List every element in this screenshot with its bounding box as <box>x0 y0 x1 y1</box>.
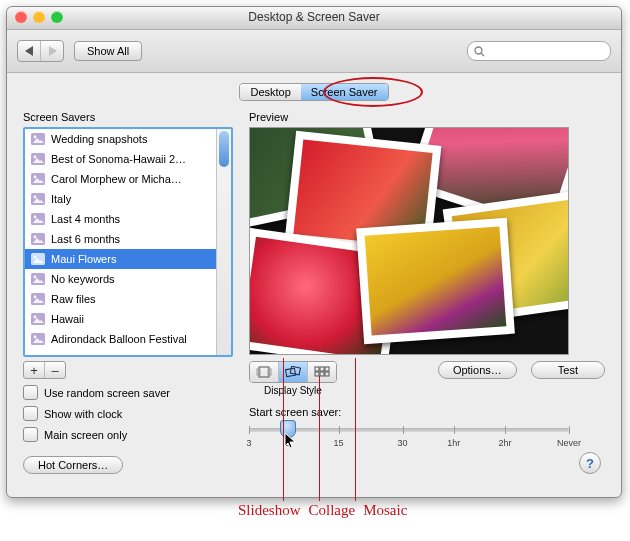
svg-point-7 <box>34 176 37 179</box>
list-item[interactable]: Last 6 months <box>25 229 231 249</box>
forward-button[interactable] <box>41 41 63 61</box>
slider-tick-label: Never <box>557 438 581 448</box>
start-slider[interactable]: 3515301hr2hrNever <box>249 422 569 438</box>
test-button[interactable]: Test <box>531 361 605 379</box>
svg-point-23 <box>34 336 37 339</box>
list-item-label: Last 6 months <box>51 233 120 245</box>
triangle-right-icon <box>48 46 57 56</box>
slider-tick <box>339 426 340 434</box>
preferences-window: Desktop & Screen Saver Show All <box>6 6 622 498</box>
toolbar: Show All <box>7 30 621 73</box>
svg-rect-34 <box>325 372 329 376</box>
style-slideshow-button[interactable] <box>250 362 279 382</box>
list-item-label: Adirondack Balloon Festival <box>51 333 187 345</box>
svg-line-1 <box>481 53 484 56</box>
display-style-label: Display Style <box>249 385 337 396</box>
preview-label: Preview <box>249 111 605 123</box>
list-item-label: Hawaii <box>51 313 84 325</box>
callout-collage: Collage <box>309 502 356 519</box>
photo-folder-icon <box>31 213 45 225</box>
list-item-label: Carol Morphew or Micha… <box>51 173 182 185</box>
back-button[interactable] <box>18 41 41 61</box>
photo-folder-icon <box>31 173 45 185</box>
tab-screensaver[interactable]: Screen Saver <box>301 84 388 100</box>
mosaic-icon <box>314 366 330 378</box>
slider-tick-label: 3 <box>246 438 251 448</box>
hot-corners-button[interactable]: Hot Corners… <box>23 456 123 474</box>
svg-point-5 <box>34 156 37 159</box>
photo-folder-icon <box>31 293 45 305</box>
chk-clock[interactable]: Show with clock <box>23 406 233 421</box>
slider-tick-label: 1hr <box>447 438 460 448</box>
checkbox-icon[interactable] <box>23 406 38 421</box>
collage-icon <box>285 366 301 378</box>
list-item[interactable]: Hawaii <box>25 309 231 329</box>
content: Desktop Screen Saver Screen Savers Weddi… <box>7 73 621 486</box>
add-remove-seg: + – <box>23 361 66 379</box>
callout-line <box>283 358 284 501</box>
list-item[interactable]: Wedding snapshots <box>25 129 231 149</box>
options-button[interactable]: Options… <box>438 361 517 379</box>
list-item-label: Best of Sonoma-Hawaii 2… <box>51 153 186 165</box>
slider-tick <box>249 426 250 434</box>
callout-slideshow: Slideshow <box>238 502 301 519</box>
list-item[interactable]: Best of Sonoma-Hawaii 2… <box>25 149 231 169</box>
svg-point-15 <box>34 256 37 259</box>
help-button[interactable]: ? <box>579 452 601 474</box>
photo-folder-icon <box>31 333 45 345</box>
checkbox-icon[interactable] <box>23 427 38 442</box>
titlebar[interactable]: Desktop & Screen Saver <box>7 7 621 30</box>
svg-point-0 <box>475 47 482 54</box>
window-title: Desktop & Screen Saver <box>7 10 621 24</box>
list-item[interactable]: No keywords <box>25 269 231 289</box>
remove-button[interactable]: – <box>45 362 65 378</box>
tab-desktop[interactable]: Desktop <box>240 84 300 100</box>
svg-rect-30 <box>320 367 324 371</box>
slider-tick <box>569 426 570 434</box>
slider-tick <box>454 426 455 434</box>
add-button[interactable]: + <box>24 362 45 378</box>
list-item[interactable]: Carol Morphew or Micha… <box>25 169 231 189</box>
nav-seg <box>17 40 64 62</box>
svg-point-13 <box>34 236 37 239</box>
triangle-left-icon <box>25 46 34 56</box>
show-all-button[interactable]: Show All <box>74 41 142 61</box>
scrollbar[interactable] <box>216 129 231 355</box>
slider-tick <box>505 426 506 434</box>
slider-tick-label: 15 <box>334 438 344 448</box>
search-field[interactable] <box>467 41 611 61</box>
list-item[interactable]: Raw files <box>25 289 231 309</box>
chk-main[interactable]: Main screen only <box>23 427 233 442</box>
slider-tick-label: 2hr <box>498 438 511 448</box>
list-item[interactable]: Last 4 months <box>25 209 231 229</box>
svg-rect-33 <box>320 372 324 376</box>
display-style-group: Display Style <box>249 361 337 396</box>
svg-point-19 <box>34 296 37 299</box>
screen-savers-header: Screen Savers <box>23 111 233 123</box>
list-item-label: No keywords <box>51 273 115 285</box>
list-item[interactable]: Italy <box>25 189 231 209</box>
scroll-thumb[interactable] <box>219 131 229 167</box>
search-icon <box>474 46 485 57</box>
slideshow-icon <box>256 366 272 378</box>
list-item-label: Italy <box>51 193 71 205</box>
search-input[interactable] <box>489 44 622 58</box>
slider-tick <box>403 426 404 434</box>
photo-folder-icon <box>31 153 45 165</box>
photo-folder-icon <box>31 313 45 325</box>
list-item[interactable]: Adirondack Balloon Festival <box>25 329 231 349</box>
list-item-label: Last 4 months <box>51 213 120 225</box>
checkbox-icon[interactable] <box>23 385 38 400</box>
style-mosaic-button[interactable] <box>308 362 336 382</box>
screensaver-list[interactable]: Wedding snapshotsBest of Sonoma-Hawaii 2… <box>23 127 233 357</box>
photo-folder-icon <box>31 133 45 145</box>
svg-rect-31 <box>325 367 329 371</box>
list-item[interactable]: Maui Flowers <box>25 249 231 269</box>
photo-folder-icon <box>31 193 45 205</box>
callout-line <box>355 358 356 501</box>
chk-random[interactable]: Use random screen saver <box>23 385 233 400</box>
chk-random-label: Use random screen saver <box>44 387 170 399</box>
list-item-label: Maui Flowers <box>51 253 116 265</box>
cursor-icon <box>284 432 298 450</box>
svg-point-11 <box>34 216 37 219</box>
